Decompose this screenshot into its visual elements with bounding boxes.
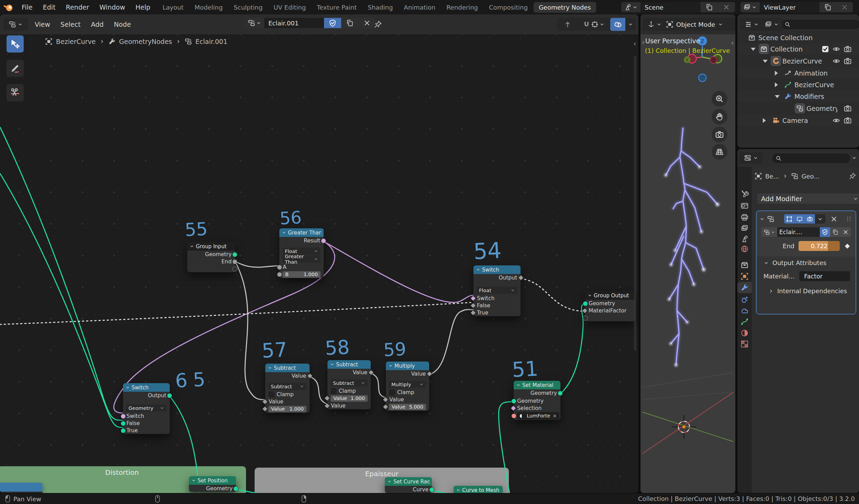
properties-search-input[interactable] <box>784 154 847 162</box>
node-canvas[interactable]: DistortionEpaisseur Group InputGeometryE… <box>0 14 638 493</box>
scene-selector[interactable]: Scene <box>621 2 735 12</box>
menu-view[interactable]: View <box>30 18 55 31</box>
mode-dropdown[interactable]: Object Mode <box>663 18 735 31</box>
outliner-row-scene-collection[interactable]: Scene Collection <box>737 34 859 43</box>
nodetree-browse-button[interactable] <box>245 18 264 28</box>
menu-file[interactable]: File <box>16 0 38 14</box>
node-set-curve-radius[interactable]: Set Curve RadiusCurve <box>385 477 432 493</box>
nodegroup-browse-button[interactable] <box>761 227 777 237</box>
tool-cut-links-button[interactable] <box>6 84 24 102</box>
workspace-tab-animation[interactable]: Animation <box>399 2 440 13</box>
properties-tab-output[interactable] <box>737 211 752 223</box>
nodegroup-unlink-button[interactable] <box>840 227 851 237</box>
socket-geometry[interactable] <box>121 428 126 433</box>
outliner-item-label[interactable]: BezierCurve <box>782 57 822 65</box>
outliner-row-beziercurve[interactable]: BezierCurve <box>737 55 859 67</box>
edit-mode-display-toggle[interactable] <box>784 214 794 224</box>
breadcrumb-item-beziercurve[interactable]: BezierCurve <box>56 38 96 45</box>
breadcrumb-object[interactable]: Be... <box>765 173 779 180</box>
socket-float[interactable] <box>324 403 330 409</box>
node-dropdown[interactable]: Subtract <box>268 383 306 390</box>
node-header[interactable]: Multiply <box>386 362 429 370</box>
node-header[interactable]: Set Position <box>189 476 236 485</box>
region-toggle-icon[interactable]: ‹ <box>731 38 734 47</box>
properties-tab-collection[interactable] <box>737 259 752 271</box>
node-group-output[interactable]: Group OutputGeometryMaterialFactor <box>585 291 635 321</box>
checkbox[interactable] <box>269 392 274 397</box>
nodegroup-datablock[interactable]: Eclair.... <box>761 227 851 237</box>
end-value-slider[interactable]: 0.722 <box>799 241 840 251</box>
workspace-tab-rendering[interactable]: Rendering <box>441 2 483 13</box>
workspace-tab-sculpting[interactable]: Sculpting <box>228 2 268 13</box>
geometry-nodes-modifier-panel[interactable]: Eclair.... End 0.722 Output Attributes M <box>756 210 856 314</box>
socket-geometry[interactable] <box>167 393 172 398</box>
properties-tab-constraints[interactable] <box>737 305 752 316</box>
node-switch[interactable]: SwitchOutputFloatSwitchFalseTrue <box>473 265 521 316</box>
outliner-row-beziercurve[interactable]: BezierCurve <box>737 79 859 90</box>
socket-geometry[interactable] <box>233 486 238 491</box>
socket-float[interactable] <box>470 310 476 316</box>
node-dropdown[interactable]: Greater Than <box>282 255 321 263</box>
editor-type-button[interactable] <box>3 18 28 31</box>
chevron-down-icon[interactable] <box>851 155 857 161</box>
socket-geometry[interactable] <box>558 391 563 396</box>
expander-open-icon[interactable] <box>751 48 756 51</box>
grid-view-button[interactable] <box>712 144 727 160</box>
add-modifier-button[interactable]: Add Modifier <box>757 193 859 204</box>
node-header[interactable]: Set Material <box>514 381 560 389</box>
vertical-scrollbar[interactable] <box>634 56 636 351</box>
expander-closed-icon[interactable] <box>775 82 778 87</box>
workspace-tab-compositing[interactable]: Compositing <box>484 2 533 13</box>
input-attribute-toggle-icon[interactable] <box>844 243 851 250</box>
node-multiply[interactable]: MultiplyValueMultiplyClampValueValue5.00… <box>386 362 429 411</box>
outliner-search-input[interactable] <box>793 21 857 28</box>
outliner-row-geometrynodes[interactable]: GeometryNodes <box>737 103 859 114</box>
node-subtract[interactable]: SubtractValueSubtractClampValueValue1.00… <box>265 364 310 413</box>
properties-tab-data[interactable] <box>737 316 752 327</box>
outliner-row-modifiers[interactable]: Modifiers <box>737 91 859 102</box>
expander-closed-icon[interactable] <box>763 118 766 123</box>
viewlayer-remove-button[interactable] <box>836 2 853 12</box>
outliner-item-label[interactable]: GeometryNodes <box>806 105 837 112</box>
properties-tab-view-layer[interactable] <box>737 222 752 234</box>
socket-boolean[interactable] <box>121 414 126 419</box>
nodetree-copy-button[interactable] <box>341 18 358 28</box>
menu-add[interactable]: Add <box>86 18 109 31</box>
expander-open-icon[interactable] <box>775 95 780 98</box>
properties-tab-material[interactable] <box>737 327 752 339</box>
node-header[interactable]: Set Curve Radius <box>385 477 432 486</box>
outliner-row-camera[interactable]: Camera <box>737 115 859 126</box>
pan-hand-button[interactable] <box>712 109 727 125</box>
blender-logo-icon[interactable] <box>3 2 14 12</box>
workspace-tab-texture-paint[interactable]: Texture Paint <box>312 2 362 13</box>
node-dropdown[interactable]: Subtract <box>331 379 368 387</box>
scene-name[interactable]: Scene <box>640 2 701 12</box>
node-header[interactable]: Group Input <box>187 242 235 251</box>
socket-float[interactable] <box>383 404 389 410</box>
node-dropdown[interactable]: Float <box>477 287 517 294</box>
node-set-position[interactable]: Set PositionGeometry <box>189 476 236 492</box>
node-header[interactable]: Curve to Mesh <box>454 486 503 493</box>
properties-tab-world[interactable] <box>737 243 752 254</box>
pin-icon[interactable] <box>374 20 382 28</box>
nodetree-name[interactable]: Eclair.001 <box>264 18 324 28</box>
auto-offset-toggle[interactable] <box>610 18 625 31</box>
node-switch[interactable]: SwitchOutputGeometrySwitchFalseTrue <box>123 383 170 434</box>
socket-float[interactable] <box>383 397 389 402</box>
tool-annotate-button[interactable] <box>6 59 24 77</box>
outliner-item-label[interactable]: Modifiers <box>794 93 824 100</box>
outliner-item-label[interactable]: Camera <box>782 117 808 124</box>
workspace-tab-shading[interactable]: Shading <box>362 2 398 13</box>
delete-modifier-icon[interactable] <box>830 215 838 223</box>
viewlayer-copy-button[interactable] <box>819 2 836 12</box>
socket-boolean[interactable] <box>470 295 476 301</box>
material-attribute-field[interactable]: Factor <box>799 271 850 281</box>
node-checkbox-row[interactable]: Clamp <box>386 389 429 396</box>
number-field[interactable]: Value1.000 <box>268 406 306 412</box>
checkbox[interactable] <box>389 390 395 395</box>
nodetree-unlink-button[interactable] <box>358 18 376 28</box>
breadcrumb-item-eclair-001[interactable]: Eclair.001 <box>196 38 227 45</box>
socket-boolean[interactable] <box>511 405 516 411</box>
outliner-item-label[interactable]: Animation <box>794 69 828 77</box>
socket-float[interactable] <box>470 302 476 308</box>
